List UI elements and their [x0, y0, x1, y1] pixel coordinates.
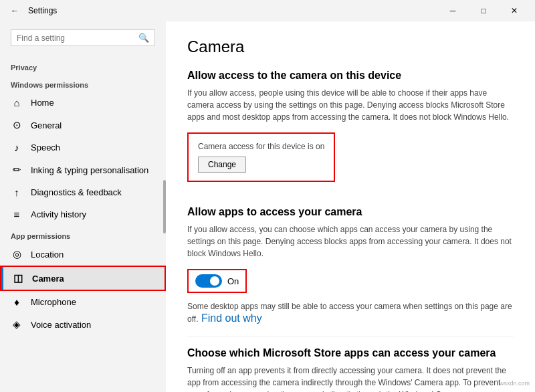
- sidebar-item-label: Diagnostics & feedback: [31, 187, 122, 197]
- page-title: Camera: [187, 37, 514, 56]
- sidebar-item-microphone[interactable]: ♦ Microphone: [0, 291, 166, 313]
- section3-desc: Turning off an app prevents it from dire…: [187, 365, 514, 392]
- window-controls: ─ □ ✕: [437, 0, 530, 21]
- diagnostics-icon: ↑: [11, 187, 23, 198]
- find-out-why-link[interactable]: Find out why: [201, 312, 262, 324]
- sidebar-item-home[interactable]: ⌂ Home: [0, 92, 166, 114]
- back-button[interactable]: ←: [5, 1, 24, 20]
- sidebar-item-voice-activation[interactable]: ◈ Voice activation: [0, 313, 166, 336]
- toggle-wrapper: On: [187, 269, 247, 293]
- search-box[interactable]: 🔍: [11, 29, 155, 46]
- title-bar: ← Settings ─ □ ✕: [0, 0, 535, 21]
- main-content: Camera Allow access to the camera on thi…: [166, 21, 535, 392]
- sidebar-item-label: Inking & typing personalisation: [31, 165, 148, 175]
- sidebar-item-camera[interactable]: ◫ Camera: [0, 266, 166, 291]
- sidebar-item-label: Location: [31, 250, 64, 260]
- section1-title: Allow access to the camera on this devic…: [187, 70, 514, 82]
- search-icon: 🔍: [138, 33, 149, 43]
- home-icon: ⌂: [11, 97, 23, 108]
- sidebar-item-general[interactable]: ⊙ General: [0, 114, 166, 136]
- title-bar-left: ← Settings: [5, 1, 57, 20]
- section3-title: Choose which Microsoft Store apps can ac…: [187, 347, 514, 359]
- app-permissions-label: App permissions: [0, 225, 166, 243]
- camera-toggle[interactable]: [195, 274, 222, 288]
- section2-title: Allow apps to access your camera: [187, 206, 514, 218]
- speech-icon: ♪: [11, 142, 23, 153]
- sidebar-item-label: Camera: [32, 274, 64, 284]
- maximize-button[interactable]: □: [468, 0, 499, 21]
- sidebar-item-activity[interactable]: ≡ Activity history: [0, 203, 166, 225]
- section2-desc: If you allow access, you can choose whic…: [187, 223, 514, 260]
- activity-icon: ≡: [11, 209, 23, 220]
- camera-icon: ◫: [12, 272, 24, 284]
- sidebar: 🔍 Privacy Windows permissions ⌂ Home ⊙ G…: [0, 21, 166, 392]
- privacy-label: Privacy: [0, 57, 166, 74]
- change-button[interactable]: Change: [198, 157, 246, 173]
- close-button[interactable]: ✕: [499, 0, 530, 21]
- sidebar-item-speech[interactable]: ♪ Speech: [0, 136, 166, 159]
- sidebar-header: 🔍: [0, 21, 166, 57]
- minimize-button[interactable]: ─: [437, 0, 468, 21]
- window-title: Settings: [28, 6, 57, 15]
- sidebar-item-diagnostics[interactable]: ↑ Diagnostics & feedback: [0, 181, 166, 203]
- toggle-knob: [210, 276, 219, 286]
- voice-icon: ◈: [11, 318, 23, 330]
- small-note-container: Some desktop apps may still be able to a…: [187, 300, 514, 325]
- section1-desc: If you allow access, people using this d…: [187, 87, 514, 123]
- location-icon: ◎: [11, 248, 23, 260]
- windows-permissions-label: Windows permissions: [0, 74, 166, 92]
- general-icon: ⊙: [11, 119, 23, 131]
- toggle-label: On: [227, 276, 239, 286]
- sidebar-item-label: Voice activation: [31, 320, 91, 330]
- inking-icon: ✏: [11, 164, 23, 176]
- sidebar-item-inking[interactable]: ✏ Inking & typing personalisation: [0, 159, 166, 181]
- sidebar-item-label: General: [31, 120, 62, 130]
- camera-access-status: Camera access for this device is on: [198, 142, 324, 151]
- sidebar-item-label: Microphone: [31, 297, 76, 307]
- sidebar-item-label: Activity history: [31, 209, 86, 219]
- camera-access-box: Camera access for this device is on Chan…: [187, 132, 335, 182]
- sidebar-item-label: Home: [31, 98, 54, 108]
- microphone-icon: ♦: [11, 296, 23, 308]
- sidebar-item-label: Speech: [31, 142, 60, 153]
- app-body: 🔍 Privacy Windows permissions ⌂ Home ⊙ G…: [0, 21, 535, 392]
- section-divider: [187, 336, 514, 336]
- search-input[interactable]: [17, 33, 138, 43]
- sidebar-item-location[interactable]: ◎ Location: [0, 243, 166, 266]
